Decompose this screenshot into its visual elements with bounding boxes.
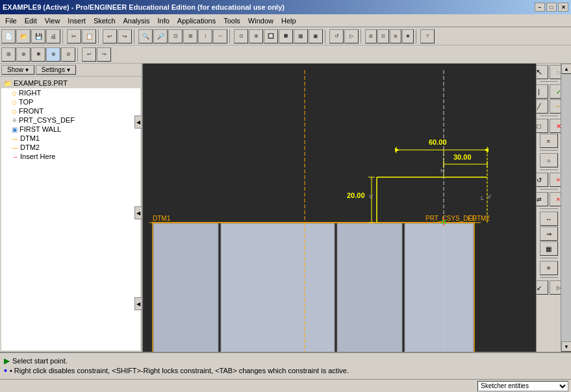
- tb2-7[interactable]: ↪: [97, 47, 111, 62]
- tb-save[interactable]: 💾: [31, 29, 45, 43]
- rt-dim1[interactable]: ↔: [540, 212, 558, 226]
- menu-help[interactable]: Help: [277, 16, 300, 26]
- bottombar: Sketcher entities All Geometry Datums Fe…: [0, 379, 571, 392]
- tb-new[interactable]: 📄: [1, 29, 16, 43]
- rt-delete[interactable]: ✕: [550, 173, 561, 187]
- tb-zoom-in[interactable]: 🔍: [138, 29, 153, 43]
- rt-palette[interactable]: ▷: [550, 65, 561, 79]
- menu-info[interactable]: Info: [153, 16, 173, 26]
- tb-view6[interactable]: ▣: [309, 29, 323, 43]
- rt-coord2[interactable]: ▷: [550, 280, 561, 295]
- rt-row-dim1: ↔: [540, 212, 558, 226]
- tb-rotate[interactable]: ↔: [213, 29, 227, 43]
- tb-view2[interactable]: ⊕: [249, 29, 263, 43]
- status-bullet: •: [4, 365, 7, 376]
- sep8: [77, 47, 80, 62]
- menu-file[interactable]: File: [1, 16, 21, 26]
- tb-display4[interactable]: ✱: [402, 29, 414, 43]
- tb2-6[interactable]: ↩: [82, 47, 96, 62]
- scroll-up[interactable]: ▲: [561, 64, 571, 74]
- rt-line-check[interactable]: ✓: [550, 84, 561, 99]
- minimize-button[interactable]: −: [535, 3, 545, 12]
- rt-text[interactable]: ≡: [540, 261, 558, 275]
- tb-display1[interactable]: ⊞: [365, 29, 377, 43]
- menu-insert[interactable]: Insert: [64, 16, 90, 26]
- tb-redo[interactable]: ↪: [118, 29, 132, 43]
- tb-zoom-box[interactable]: ⊞: [183, 29, 197, 43]
- tb-sketch2[interactable]: ▷: [344, 29, 359, 43]
- tree-item-firstwall[interactable]: ▣ FIRST WALL: [1, 125, 140, 134]
- tree-label-firstwall: FIRST WALL: [19, 125, 61, 133]
- rt-circle[interactable]: ○: [540, 153, 558, 167]
- settings-button[interactable]: Settings ▾: [36, 65, 76, 75]
- tb-zoom-out[interactable]: 🔎: [153, 29, 168, 43]
- rt-row-coord: ↙ ▷: [536, 280, 561, 295]
- tb-display3[interactable]: ⊕: [390, 29, 401, 43]
- rt-rotate[interactable]: ↺: [536, 173, 548, 187]
- model-tree: 📁 EXAMPLE9.PRT ◇ RIGHT ◇ TOP ◇ FRONT ✳ P…: [1, 78, 140, 350]
- titlebar-buttons: − □ ✕: [535, 3, 568, 12]
- tb-pan[interactable]: ↕: [198, 29, 212, 43]
- tb-undo[interactable]: ↩: [103, 29, 117, 43]
- tb-print[interactable]: 🖨: [46, 29, 60, 43]
- maximize-button[interactable]: □: [546, 3, 557, 12]
- entity-filter-select[interactable]: Sketcher entities All Geometry Datums Fe…: [477, 381, 568, 391]
- toolbar-row-2: ⊞ ⊕ ✱ ⊗ ⊘ ↩ ↪: [0, 45, 571, 64]
- show-button[interactable]: Show ▾: [1, 65, 34, 75]
- tree-item-front[interactable]: ◇ FRONT: [1, 106, 140, 116]
- tree-item-dtm2[interactable]: — DTM2: [1, 143, 140, 152]
- rt-delete2[interactable]: ✕: [550, 192, 561, 206]
- menu-edit[interactable]: Edit: [21, 16, 41, 26]
- tb-view1[interactable]: ⊙: [234, 29, 248, 43]
- rt-rect[interactable]: □: [536, 119, 548, 133]
- tb2-5[interactable]: ⊘: [61, 47, 75, 62]
- tb2-4[interactable]: ⊗: [46, 47, 60, 62]
- tree-root[interactable]: 📁 EXAMPLE9.PRT: [1, 78, 140, 88]
- status-icon-1: ▶: [4, 356, 10, 365]
- menu-tools[interactable]: Tools: [220, 16, 244, 26]
- tree-item-right[interactable]: ◇ RIGHT: [1, 88, 140, 97]
- rt-line[interactable]: |: [536, 84, 548, 99]
- tb2-1[interactable]: ⊞: [1, 47, 16, 62]
- menu-sketch[interactable]: Sketch: [90, 16, 120, 26]
- menu-view[interactable]: View: [41, 16, 64, 26]
- rt-cross[interactable]: ✕: [550, 119, 561, 133]
- tb2-2[interactable]: ⊕: [16, 47, 31, 62]
- tb-help[interactable]: ?: [420, 29, 435, 43]
- viewport[interactable]: DTM1 PRT_CSYS_DEF EDTM2 TOP V V H L 60.0…: [143, 64, 536, 352]
- tb-open[interactable]: 📂: [16, 29, 31, 43]
- rt-dim2[interactable]: ⇒: [540, 227, 558, 241]
- menu-applications[interactable]: Applications: [173, 16, 220, 26]
- scroll-down[interactable]: ▼: [561, 341, 571, 352]
- tb-view3[interactable]: 🔲: [264, 29, 278, 43]
- tb2-3[interactable]: ✱: [31, 47, 45, 62]
- svg-text:60.00: 60.00: [429, 138, 447, 146]
- rt-select[interactable]: ↖: [536, 65, 548, 79]
- menu-window[interactable]: Window: [244, 16, 277, 26]
- tb-zoom-fit[interactable]: ⊡: [168, 29, 183, 43]
- tb-cut[interactable]: ✂: [67, 29, 81, 43]
- scroll-track[interactable]: [561, 74, 571, 341]
- tb-sketch1[interactable]: ↺: [329, 29, 344, 43]
- rt-line2[interactable]: ╱: [536, 99, 548, 114]
- panel-collapse-arrow-mid[interactable]: ◀: [134, 206, 142, 219]
- menu-analysis[interactable]: Analysis: [120, 16, 154, 26]
- status-text-2: • Right click disables constraint, <SHIF…: [10, 367, 349, 374]
- rt-curve[interactable]: ~: [550, 99, 561, 114]
- panel-collapse-arrow-top[interactable]: ◀: [134, 116, 142, 129]
- rt-coord[interactable]: ↙: [536, 280, 548, 295]
- tree-item-top[interactable]: ◇ TOP: [1, 97, 140, 106]
- tree-item-csys[interactable]: ✳ PRT_CSYS_DEF: [1, 116, 140, 125]
- rt-dim3[interactable]: ▦: [540, 241, 558, 256]
- tree-item-dtm1[interactable]: — DTM1: [1, 134, 140, 143]
- rt-mirror[interactable]: ⇌: [536, 192, 548, 206]
- rt-sep5: [540, 189, 558, 190]
- tb-view5[interactable]: ▦: [294, 29, 308, 43]
- tb-view4[interactable]: 🔳: [279, 29, 293, 43]
- tree-item-insert[interactable]: → Insert Here: [1, 152, 140, 161]
- close-button[interactable]: ✕: [558, 3, 568, 12]
- tb-display2[interactable]: ⊟: [377, 29, 389, 43]
- rt-spline[interactable]: ≈: [540, 134, 558, 148]
- tb-copy[interactable]: 📋: [82, 29, 96, 43]
- panel-collapse-arrow-bot[interactable]: ◀: [134, 297, 142, 310]
